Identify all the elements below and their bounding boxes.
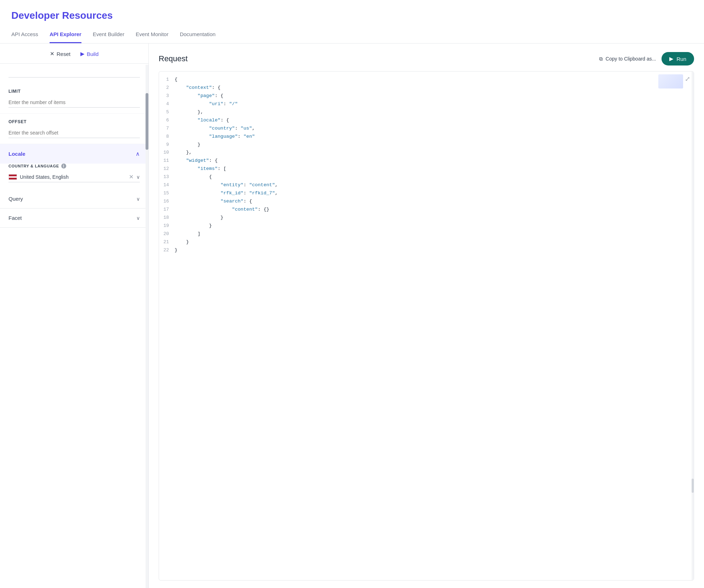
partial-input[interactable] [8,67,140,78]
code-line: 8 "language": "en" [159,133,694,141]
line-number: 19 [159,222,175,230]
query-section: Query ∨ [0,189,148,209]
line-content: "rfk_id": "rfkid_7", [175,189,694,198]
code-line: 1{ [159,76,694,84]
run-button[interactable]: ▶ Run [662,52,694,65]
line-number: 6 [159,116,175,124]
run-label: Run [676,56,686,62]
line-content: "widget": { [175,157,694,165]
code-line: 19 } [159,222,694,230]
line-content: "country": "us", [175,125,694,133]
line-number: 22 [159,246,175,254]
code-line: 2 "context": { [159,84,694,92]
facet-header[interactable]: Facet ∨ [0,209,148,227]
line-number: 16 [159,198,175,205]
code-preview-thumbnail [658,74,683,89]
copy-label: Copy to Clipboard as... [606,56,656,62]
line-number: 17 [159,206,175,213]
code-line: 10 }, [159,149,694,157]
line-content: "uri": "/" [175,100,694,108]
build-button[interactable]: ▶ Build [80,51,98,57]
reset-button[interactable]: ✕ Reset [50,51,70,57]
reset-label: Reset [57,51,70,57]
line-content: "page": { [175,92,694,100]
facet-chevron-icon: ∨ [136,215,140,221]
code-line: 3 "page": { [159,92,694,100]
locale-header[interactable]: Locale ∧ [0,144,148,164]
line-content: ] [175,230,694,238]
select-clear-icon[interactable]: ✕ [129,174,134,180]
line-number: 18 [159,214,175,222]
line-number: 11 [159,157,175,165]
tab-event-builder[interactable]: Event Builder [93,28,124,43]
code-line: 15 "rfk_id": "rfkid_7", [159,189,694,198]
copy-to-clipboard-button[interactable]: ⧉ Copy to Clipboard as... [599,56,656,62]
locale-section: Locale ∧ COUNTRY & LANGUAGE i United Sta… [0,144,148,189]
offset-label: OFFSET [8,119,140,124]
query-header[interactable]: Query ∨ [0,189,148,208]
tab-api-access[interactable]: API Access [11,28,38,43]
code-line: 16 "search": { [159,198,694,206]
locale-body: COUNTRY & LANGUAGE i United States, Engl… [0,164,148,189]
line-number: 12 [159,165,175,173]
line-content: "locale": { [175,116,694,125]
code-line: 9 } [159,141,694,149]
run-icon: ▶ [669,56,674,62]
line-content: } [175,222,694,230]
code-line: 14 "entity": "content", [159,181,694,189]
build-label: Build [87,51,98,57]
line-content: "context": { [175,84,694,92]
country-lang-label: COUNTRY & LANGUAGE i [8,164,140,169]
page-title: Developer Resources [11,10,693,21]
country-language-select[interactable]: United States, English ✕ ∨ [8,172,140,182]
line-content: "items": [ [175,165,694,173]
limit-input[interactable] [8,97,140,108]
line-number: 21 [159,238,175,246]
line-content: "entity": "content", [175,181,694,189]
limit-section: LIMIT [0,83,148,114]
line-number: 7 [159,125,175,132]
code-line: 21 } [159,238,694,246]
select-value: United States, English [20,174,126,180]
query-title: Query [8,196,23,202]
line-number: 8 [159,133,175,141]
offset-input[interactable] [8,128,140,138]
line-content: "content": {} [175,206,694,214]
tab-api-explorer[interactable]: API Explorer [50,28,81,43]
reset-icon: ✕ [50,51,55,57]
code-line: 6 "locale": { [159,116,694,125]
request-title: Request [159,54,188,63]
scrollbar-track [146,65,148,588]
line-content: } [175,141,694,149]
code-line: 5 }, [159,108,694,116]
code-line: 20 ] [159,230,694,238]
code-line: 18 } [159,214,694,222]
line-number: 10 [159,149,175,156]
select-chevron-icon[interactable]: ∨ [136,174,140,180]
line-content: "search": { [175,198,694,206]
line-number: 2 [159,84,175,92]
scrollbar-thumb[interactable] [146,93,148,150]
code-line: 7 "country": "us", [159,125,694,133]
line-content: } [175,238,694,246]
code-line: 22} [159,246,694,255]
request-header: Request ⧉ Copy to Clipboard as... ▶ Run [159,52,694,65]
line-content: }, [175,108,694,116]
offset-section: OFFSET [0,114,148,144]
tab-event-monitor[interactable]: Event Monitor [136,28,169,43]
code-editor: 1{2 "context": {3 "page": {4 "uri": "/"5… [159,72,694,259]
expand-icon[interactable]: ⤢ [685,75,690,83]
line-content: } [175,214,694,222]
tab-documentation[interactable]: Documentation [180,28,216,43]
info-icon[interactable]: i [61,164,66,169]
toolbar: ✕ Reset ▶ Build [0,44,148,64]
locale-chevron-up-icon: ∧ [136,150,140,157]
build-icon: ▶ [80,51,85,57]
right-scrollbar-thumb[interactable] [692,479,694,493]
header-actions: ⧉ Copy to Clipboard as... ▶ Run [599,52,694,65]
partial-input-section [0,64,148,83]
line-content: { [175,76,694,84]
code-line: 12 "items": [ [159,165,694,173]
line-content: "language": "en" [175,133,694,141]
copy-icon: ⧉ [599,56,603,62]
